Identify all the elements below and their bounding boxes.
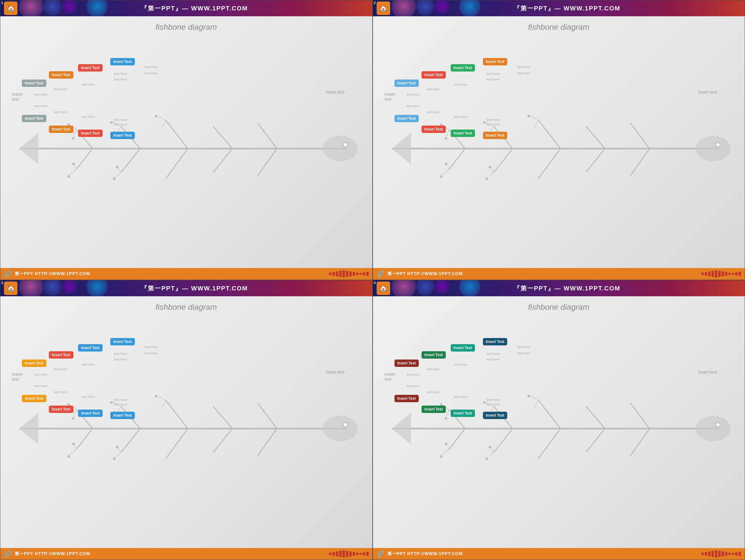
badge-s3-4[interactable]: Insert Text	[110, 338, 135, 345]
badge-s1-8[interactable]: Insert Text	[110, 132, 135, 139]
svg-point-29	[67, 175, 70, 178]
th-s2-3: text here	[454, 82, 467, 86]
slide-2-insert-right: insert text	[698, 90, 717, 95]
badge-s4-7[interactable]: Insert Text	[451, 410, 475, 417]
slide-2-footer: 🔗 第一PPT HTTP://WWW.1PPT.COM	[373, 268, 745, 280]
badge-s4-2[interactable]: Insert Text	[421, 351, 446, 359]
badge-s4-3[interactable]: Insert Text	[451, 344, 475, 352]
svg-line-15	[76, 149, 93, 169]
bar-4-3	[708, 551, 711, 556]
badge-s4-6[interactable]: Insert Text	[421, 406, 446, 413]
badge-s4-1[interactable]: Insert Text	[394, 359, 419, 367]
th-s2-4: text here	[487, 77, 500, 81]
badge-s1-3[interactable]: Insert Text	[78, 64, 103, 72]
svg-point-95	[67, 455, 70, 458]
th-s3-12: text here	[114, 403, 127, 406]
svg-point-2	[343, 142, 348, 147]
badge-s3-3[interactable]: Insert Text	[78, 344, 103, 352]
bar-3-4	[339, 551, 342, 557]
svg-line-6	[166, 120, 188, 149]
slide-4-footer-icon: 🔗	[377, 550, 384, 558]
th-s1-9: text here	[54, 110, 67, 114]
bar-2-8	[725, 272, 727, 276]
svg-line-48	[449, 149, 465, 169]
th-s3-9: text here	[54, 390, 67, 394]
th-s2-9: text here	[427, 110, 440, 114]
badge-s2-7[interactable]: Insert Text	[451, 130, 475, 137]
bar-2-7	[722, 271, 724, 276]
th-s3-6: text here	[145, 351, 158, 355]
slide-4-fishbone: inserttext insert text Insert Text Inser…	[376, 315, 742, 542]
slide-3-footer-bars	[329, 550, 369, 558]
th-s2-1: text here	[407, 93, 420, 96]
th-s4-2: text here	[427, 367, 440, 371]
badge-s2-1[interactable]: Insert Text	[394, 79, 419, 87]
slide-2-logo-num: 2	[374, 1, 376, 5]
svg-line-7	[213, 127, 232, 149]
bar-4-7	[722, 551, 724, 556]
badge-s3-5[interactable]: Insert Text	[22, 395, 46, 402]
badge-s2-4[interactable]: Insert Text	[483, 58, 508, 65]
badge-s3-6[interactable]: Insert Text	[49, 406, 73, 413]
bar-12	[366, 272, 369, 276]
svg-line-47	[534, 120, 538, 128]
badge-s2-6[interactable]: Insert Text	[421, 126, 446, 133]
bar-4-2	[705, 552, 707, 556]
slide-2-footer-icon: 🔗	[377, 270, 384, 278]
svg-line-51	[586, 149, 605, 173]
badge-s3-8[interactable]: Insert Text	[110, 412, 135, 419]
svg-point-63	[445, 163, 447, 165]
badge-s1-2[interactable]: Insert Text	[49, 71, 73, 79]
bar-6	[346, 271, 348, 277]
badge-s4-4[interactable]: Insert Text	[483, 338, 508, 345]
bar-2-1	[701, 273, 704, 275]
th-s3-2: text here	[54, 367, 67, 371]
th-s3-8: text here	[34, 384, 47, 388]
svg-point-124	[445, 417, 447, 420]
th-s2-6: text here	[517, 71, 530, 75]
badge-s1-1[interactable]: Insert Text	[22, 79, 46, 87]
svg-line-80	[162, 400, 166, 408]
badge-s4-5[interactable]: Insert Text	[394, 395, 419, 402]
th-s1-11: text here	[114, 118, 127, 121]
svg-line-88	[114, 453, 121, 458]
slide-4-logo: 4 🏠	[377, 282, 390, 295]
svg-line-105	[538, 400, 560, 429]
svg-point-128	[440, 455, 443, 458]
svg-line-40	[586, 127, 605, 149]
badge-s3-1[interactable]: Insert Text	[22, 359, 46, 367]
svg-point-94	[155, 395, 157, 397]
badge-s1-4[interactable]: Insert Text	[110, 58, 135, 65]
badge-s2-5[interactable]: Insert Text	[394, 115, 419, 122]
badge-s2-8[interactable]: Insert Text	[483, 132, 508, 139]
badge-s1-5[interactable]: Insert Text	[22, 115, 46, 122]
slide-1-header: 1 🏠 『第一PPT』— WWW.1PPT.COM	[0, 0, 372, 16]
th-s3-5: text here	[114, 352, 127, 355]
slide-2-logo: 2 🏠	[377, 2, 390, 15]
th-s1-6: text here	[145, 71, 158, 75]
badge-s2-3[interactable]: Insert Text	[451, 64, 475, 72]
slide-1-fishbone: inserttext insert text Insert Text Inser…	[3, 35, 369, 262]
svg-line-39	[538, 120, 560, 149]
svg-point-26	[110, 121, 113, 124]
svg-point-61	[527, 115, 530, 117]
badge-s1-7[interactable]: Insert Text	[78, 130, 103, 137]
th-s2-2: text here	[427, 87, 440, 91]
badge-s1-6[interactable]: Insert Text	[49, 126, 73, 133]
badge-s3-7[interactable]: Insert Text	[78, 410, 103, 417]
bar-3-5	[343, 550, 345, 558]
bar-2-6	[718, 271, 721, 277]
badge-s3-2[interactable]: Insert Text	[49, 351, 73, 359]
svg-point-131	[488, 446, 491, 448]
bar-3-11	[363, 552, 365, 555]
th-s4-1: text here	[407, 373, 420, 376]
svg-point-129	[445, 443, 447, 445]
svg-point-98	[116, 446, 118, 448]
svg-line-106	[586, 407, 605, 429]
svg-line-76	[73, 410, 76, 418]
svg-marker-36	[392, 133, 411, 165]
badge-s4-8[interactable]: Insert Text	[483, 412, 508, 419]
svg-marker-102	[392, 413, 411, 445]
badge-s2-2[interactable]: Insert Text	[421, 71, 446, 79]
slide-3: 3 🏠 『第一PPT』— WWW.1PPT.COM fishbone diagr…	[0, 280, 372, 560]
